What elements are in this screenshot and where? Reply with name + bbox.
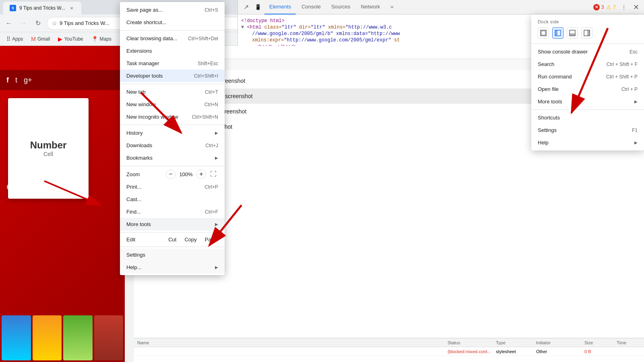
error-badge: ✕ 3 — [593, 4, 604, 10]
warn-icon: ⚠ — [606, 4, 611, 10]
apps-grid-icon: ⠿ — [6, 36, 10, 42]
menu-task-manager[interactable]: Task manager Shift+Esc — [120, 57, 225, 70]
copy-button[interactable]: Copy — [184, 237, 196, 243]
dock-left-button[interactable] — [552, 27, 564, 39]
new-tab-label: New tab — [126, 89, 146, 95]
net-row-b-1[interactable]: {blocked:mixed-cont... stylesheet Other … — [134, 347, 644, 356]
number-sub: Cell — [43, 151, 53, 157]
main-area: f t g+ Number Cell Ow Save page as... Ct… — [0, 46, 644, 362]
tab-more[interactable]: » — [386, 0, 398, 14]
svg-rect-7 — [587, 30, 590, 36]
thumbnail-row — [0, 314, 125, 362]
zoom-in-button[interactable]: + — [196, 169, 206, 179]
zoom-percentage: 100% — [178, 171, 194, 177]
devtools-close-button[interactable]: ✕ — [630, 2, 642, 13]
dt-menu-run-command[interactable]: Run command Ctrl + Shift + P — [531, 70, 644, 83]
bookmark-gmail[interactable]: M Gmail — [28, 34, 53, 44]
dt-menu-help[interactable]: Help ▶ — [531, 136, 644, 149]
inspect-element-button[interactable]: ↗ — [240, 2, 252, 13]
divider-3 — [120, 125, 225, 125]
dock-undock-button[interactable] — [538, 27, 549, 39]
dt-menu-settings[interactable]: Settings F1 — [531, 124, 644, 136]
net-status-b-1: {blocked:mixed-cont... — [448, 349, 496, 354]
header-initiator-b: Initiator — [536, 340, 584, 345]
menu-new-tab[interactable]: New tab Ctrl+T — [120, 86, 225, 98]
more-tools-label: More tools — [126, 221, 151, 227]
back-button[interactable]: ← — [3, 18, 14, 29]
menu-bookmarks[interactable]: Bookmarks ▶ — [120, 152, 225, 164]
new-window-label: New window — [126, 101, 156, 107]
paste-button[interactable]: Paste — [205, 237, 218, 243]
history-label: History — [126, 130, 142, 136]
developer-tools-label: Developer tools — [126, 73, 163, 79]
dt-menu-open-file[interactable]: Open file Ctrl + P — [531, 83, 644, 95]
dt-menu-show-console[interactable]: Show console drawer Esc — [531, 45, 644, 58]
menu-print[interactable]: Print... Ctrl+P — [120, 181, 225, 193]
menu-new-window[interactable]: New window Ctrl+N — [120, 98, 225, 111]
dt-menu-search[interactable]: Search Ctrl + Shift + F — [531, 58, 644, 70]
dock-right-button[interactable] — [581, 27, 592, 39]
menu-more-tools[interactable]: More tools ▶ — [120, 218, 225, 230]
edit-actions: Cut Copy Paste — [168, 237, 218, 243]
tab-console[interactable]: Console — [297, 0, 326, 14]
tab-network[interactable]: Network — [356, 0, 385, 14]
dt-menu-shortcuts[interactable]: Shortcuts — [531, 111, 644, 124]
menu-history[interactable]: History ▶ — [120, 127, 225, 139]
devtools-context-menu: Dock side Show console drawer Esc Search… — [531, 14, 644, 150]
social-bar: f t g+ — [0, 70, 125, 90]
forward-button[interactable]: → — [18, 18, 29, 29]
shortcuts-label: Shortcuts — [538, 115, 560, 121]
device-toolbar-button[interactable]: 📱 — [252, 2, 264, 13]
menu-developer-tools[interactable]: Developer tools Ctrl+Shift+I — [120, 70, 225, 82]
menu-settings[interactable]: Settings — [120, 249, 225, 261]
tab-strip: 9 9 Tips and Tricks W... ✕ — [3, 0, 81, 14]
extensions-label: Extensions — [126, 48, 152, 54]
devtools-toolbar: ↗ 📱 Elements Console Sources Network » ✕… — [238, 0, 644, 14]
bookmark-youtube[interactable]: ▶ YouTube — [55, 34, 86, 44]
tab-elements[interactable]: Elements — [264, 0, 296, 14]
dock-bottom-button[interactable] — [567, 27, 578, 39]
tab-close-button[interactable]: ✕ — [68, 5, 75, 11]
thumbnail-3 — [63, 315, 93, 360]
developer-tools-shortcut: Ctrl+Shift+I — [194, 73, 218, 79]
header-type-b: Type — [496, 340, 536, 345]
menu-clear-browsing[interactable]: Clear browsing data... Ctrl+Shift+Del — [120, 32, 225, 45]
tab-sources[interactable]: Sources — [326, 0, 355, 14]
zoom-controls: − 100% + ⛶ — [166, 169, 218, 179]
devtools-more-button[interactable]: ⋮ — [618, 2, 630, 13]
menu-help[interactable]: Help... ▶ — [120, 261, 225, 274]
menu-create-shortcut[interactable]: Create shortcut... — [120, 16, 225, 29]
menu-save-page[interactable]: Save page as... Ctrl+S — [120, 4, 225, 16]
help-label: Help... — [126, 264, 142, 270]
zoom-out-button[interactable]: − — [166, 169, 175, 179]
menu-cast[interactable]: Cast... — [120, 193, 225, 206]
maps-icon: 📍 — [91, 36, 98, 42]
bookmark-maps[interactable]: 📍 Maps — [88, 34, 115, 44]
dock-options — [531, 26, 644, 42]
cut-button[interactable]: Cut — [168, 237, 176, 243]
bookmark-star-icon[interactable]: ☆ — [52, 20, 57, 27]
youtube-icon: ▶ — [58, 36, 62, 42]
menu-find[interactable]: Find... Ctrl+F — [120, 206, 225, 218]
divider-6 — [120, 247, 225, 247]
active-tab[interactable]: 9 9 Tips and Tricks W... ✕ — [3, 2, 81, 14]
divider-5 — [120, 232, 225, 232]
help-arrow-icon: ▶ — [215, 265, 218, 269]
menu-downloads[interactable]: Downloads Ctrl+J — [120, 139, 225, 152]
divider-4 — [120, 166, 225, 166]
refresh-button[interactable]: ↻ — [32, 18, 43, 29]
menu-extensions[interactable]: Extensions — [120, 45, 225, 57]
open-file-label: Open file — [538, 86, 559, 92]
bookmark-apps[interactable]: ⠿ Apps — [3, 34, 26, 44]
fullscreen-button[interactable]: ⛶ — [208, 169, 218, 179]
menu-new-incognito[interactable]: New incognito window Ctrl+Shift+N — [120, 111, 225, 123]
page-content: f t g+ Number Cell Ow — [0, 46, 125, 362]
dt-menu-more-tools[interactable]: More tools ▶ — [531, 95, 644, 108]
task-manager-label: Task manager — [126, 60, 159, 66]
new-incognito-shortcut: Ctrl+Shift+N — [192, 114, 218, 120]
save-page-shortcut: Ctrl+S — [204, 7, 218, 13]
zoom-row: Zoom − 100% + ⛶ — [120, 168, 225, 181]
save-page-label: Save page as... — [126, 7, 163, 13]
new-tab-shortcut: Ctrl+T — [205, 89, 218, 95]
dt-menu-divider-1 — [531, 43, 644, 44]
